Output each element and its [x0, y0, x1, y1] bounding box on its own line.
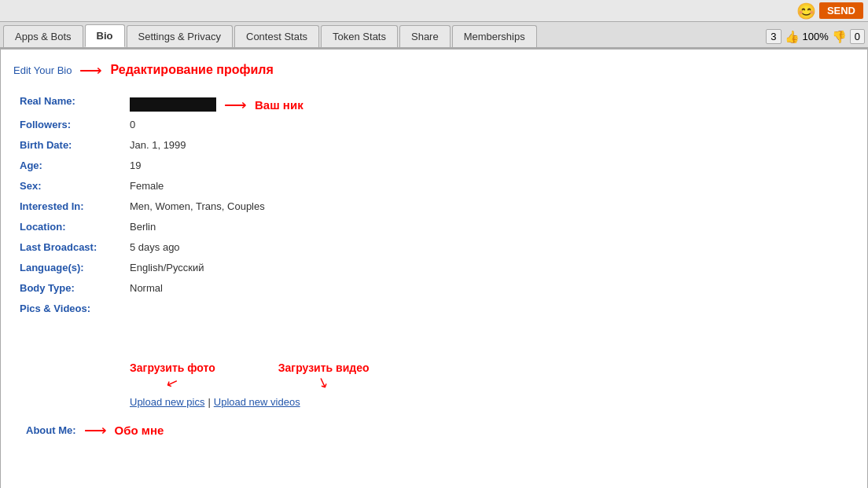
real-name-label: Real Name:	[20, 95, 130, 107]
tab-contest-stats[interactable]: Contest Stats	[234, 25, 319, 47]
field-row-location: Location: Berlin	[20, 221, 855, 237]
birth-date-label: Birth Date:	[20, 139, 130, 151]
about-me-russian-text: Обо мне	[115, 424, 164, 437]
upload-video-russian: Загрузить видео	[278, 361, 370, 374]
field-row-age: Age: 19	[20, 160, 855, 175]
upload-photo-annotation: Загрузить фото ↙	[130, 361, 215, 391]
edit-bio-russian-text: Редактирование профиля	[110, 63, 273, 77]
upload-video-annotation: Загрузить видео ↙	[278, 361, 370, 391]
real-name-value: ⟶ Ваш ник	[130, 95, 303, 114]
upload-pics-link[interactable]: Upload new pics	[130, 396, 204, 408]
field-row-interested-in: Interested In: Men, Women, Trans, Couple…	[20, 200, 855, 216]
location-label: Location:	[20, 221, 130, 233]
upload-videos-link[interactable]: Upload new videos	[214, 396, 300, 408]
interested-in-value: Men, Women, Trans, Couples	[130, 200, 265, 212]
nik-russian-text: Ваш ник	[255, 98, 303, 112]
nik-arrow: ⟶	[224, 95, 247, 114]
edit-bio-header: Edit Your Bio ⟶ Редактирование профиля	[13, 61, 855, 79]
top-bar-right: 😊 SEND	[796, 2, 863, 20]
location-value: Berlin	[130, 221, 156, 233]
field-row-last-broadcast: Last Broadcast: 5 days ago	[20, 241, 855, 257]
upload-annotations: Загрузить фото ↙ Загрузить видео ↙	[130, 361, 855, 391]
field-row-followers: Followers: 0	[20, 119, 855, 134]
top-bar: 😊 SEND	[0, 0, 868, 22]
field-row-real-name: Real Name: ⟶ Ваш ник	[20, 95, 855, 114]
profile-fields: Real Name: ⟶ Ваш ник Followers: 0 Birth …	[20, 95, 855, 318]
main-content: Edit Your Bio ⟶ Редактирование профиля R…	[0, 49, 868, 488]
body-type-label: Body Type:	[20, 282, 130, 294]
edit-bio-label[interactable]: Edit Your Bio	[13, 64, 72, 76]
rating-positive-count: 3	[766, 29, 781, 44]
birth-date-value: Jan. 1, 1999	[130, 139, 186, 151]
tabs-bar: Apps & Bots Bio Settings & Privacy Conte…	[0, 22, 868, 49]
sex-label: Sex:	[20, 180, 130, 192]
thumbs-up-icon: 👍	[785, 30, 800, 44]
tab-bio[interactable]: Bio	[85, 24, 125, 47]
upload-links: Upload new pics | Upload new videos	[130, 396, 855, 408]
pics-videos-label: Pics & Videos:	[20, 303, 130, 314]
thumbs-down-icon: 👎	[832, 30, 847, 44]
followers-label: Followers:	[20, 119, 130, 130]
tab-apps-bots[interactable]: Apps & Bots	[3, 25, 83, 47]
send-button[interactable]: SEND	[819, 2, 863, 19]
upload-photo-russian: Загрузить фото	[130, 361, 215, 374]
field-row-pics-videos: Pics & Videos:	[20, 303, 855, 318]
upload-photo-arrow-icon: ↙	[164, 372, 182, 393]
pipe-separator: |	[208, 396, 210, 408]
rating-section: 3 👍 100% 👎 0	[766, 29, 865, 47]
upload-video-arrow-icon: ↙	[315, 372, 333, 393]
last-broadcast-value: 5 days ago	[130, 241, 180, 253]
rating-negative-count: 0	[850, 29, 865, 44]
field-row-sex: Sex: Female	[20, 180, 855, 196]
sex-value: Female	[130, 180, 164, 192]
about-me-row: About Me: ⟶ Обо мне	[26, 420, 855, 439]
about-me-label: About Me:	[26, 424, 76, 436]
interested-in-label: Interested In:	[20, 200, 130, 212]
tab-memberships[interactable]: Memberships	[452, 25, 537, 47]
rating-percent: 100%	[803, 31, 829, 42]
languages-value: English/Русский	[130, 262, 204, 273]
body-type-value: Normal	[130, 282, 163, 294]
edit-bio-arrow: ⟶	[79, 61, 102, 79]
age-value: 19	[130, 160, 141, 171]
languages-label: Language(s):	[20, 262, 130, 273]
tab-share[interactable]: Share	[399, 25, 451, 47]
field-row-body-type: Body Type: Normal	[20, 282, 855, 298]
emoji-icon[interactable]: 😊	[796, 2, 816, 20]
age-label: Age:	[20, 160, 130, 171]
field-row-languages: Language(s): English/Русский	[20, 262, 855, 277]
about-me-arrow: ⟶	[84, 420, 107, 439]
followers-value: 0	[130, 119, 135, 130]
tab-settings-privacy[interactable]: Settings & Privacy	[127, 25, 234, 47]
upload-section: Загрузить фото ↙ Загрузить видео ↙ Uploa…	[20, 361, 855, 439]
last-broadcast-label: Last Broadcast:	[20, 241, 130, 253]
field-row-birth-date: Birth Date: Jan. 1, 1999	[20, 139, 855, 155]
name-block	[130, 97, 216, 112]
tab-token-stats[interactable]: Token Stats	[321, 25, 398, 47]
